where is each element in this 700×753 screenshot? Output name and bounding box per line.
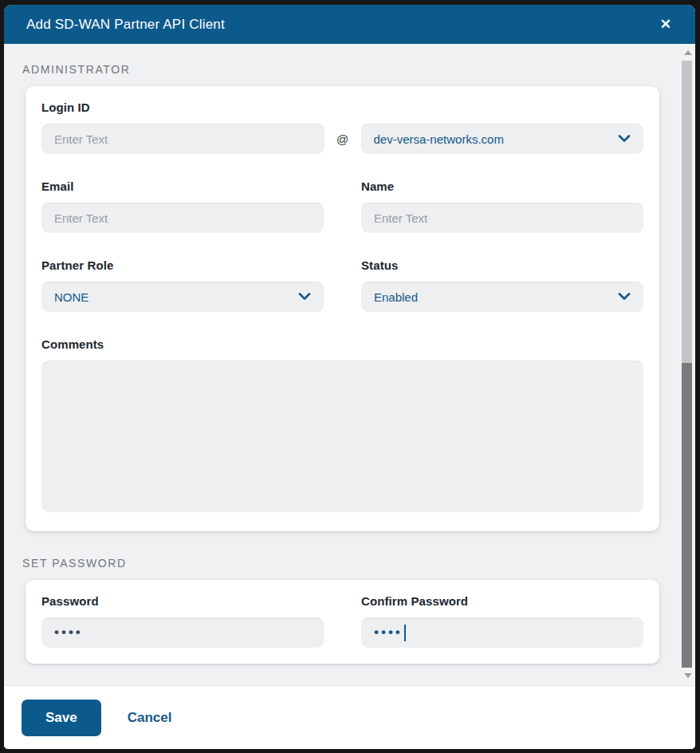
dialog-content: ADMINISTRATOR Login ID @ dev-versa-netwo… — [4, 44, 695, 680]
comments-field-group: Comments — [41, 337, 643, 515]
confirm-password-masked-value: •••• — [374, 625, 403, 641]
email-name-row: Email Name — [41, 179, 643, 233]
domain-select-value: dev-versa-networks.com — [374, 132, 504, 146]
status-value: Enabled — [374, 290, 418, 304]
comments-textarea[interactable] — [41, 361, 643, 512]
role-status-row: Partner Role NONE Status Enabl — [41, 258, 643, 312]
scroll-down-arrow-icon[interactable] — [684, 673, 692, 678]
status-select[interactable]: Enabled — [361, 282, 643, 312]
chevron-down-icon — [298, 293, 311, 301]
set-password-section-heading: SET PASSWORD — [22, 557, 673, 570]
login-id-input[interactable] — [41, 124, 324, 154]
status-label: Status — [361, 258, 643, 272]
cancel-button[interactable]: Cancel — [128, 710, 172, 726]
close-icon[interactable]: ✕ — [655, 14, 676, 34]
save-button[interactable]: Save — [22, 700, 101, 736]
domain-select[interactable]: dev-versa-networks.com — [361, 124, 644, 154]
chevron-down-icon — [618, 293, 631, 301]
scroll-up-arrow-icon[interactable] — [684, 50, 692, 55]
at-symbol: @ — [324, 124, 361, 154]
chevron-down-icon — [618, 135, 631, 143]
text-cursor — [404, 625, 406, 641]
add-sdwan-partner-api-client-dialog: Add SD-WAN Partner API Client ✕ ADMINIST… — [4, 5, 695, 749]
login-id-label: Login ID — [41, 101, 324, 114]
administrator-section-heading: ADMINISTRATOR — [22, 63, 673, 76]
scrollbar-thumb[interactable] — [682, 363, 692, 668]
password-input[interactable]: •••• — [41, 617, 324, 648]
administrator-card: Login ID @ dev-versa-networks.com — [26, 86, 659, 531]
comments-label: Comments — [41, 337, 643, 351]
scrollbar-thumb-upper[interactable] — [682, 61, 692, 363]
dialog-body: ADMINISTRATOR Login ID @ dev-versa-netwo… — [4, 44, 695, 685]
email-label: Email — [41, 179, 324, 193]
dialog-header: Add SD-WAN Partner API Client ✕ — [4, 5, 695, 44]
dialog-title: Add SD-WAN Partner API Client — [26, 17, 225, 33]
name-label: Name — [361, 179, 643, 193]
confirm-password-label: Confirm Password — [361, 594, 643, 608]
confirm-password-input[interactable]: •••• — [361, 617, 643, 648]
name-input[interactable] — [361, 203, 643, 233]
partner-role-value: NONE — [54, 290, 88, 304]
email-input[interactable] — [41, 203, 324, 233]
password-masked-value: •••• — [54, 625, 83, 641]
set-password-card: Password •••• Confirm Password •••• — [26, 580, 659, 664]
login-id-field-group: Login ID @ dev-versa-networks.com — [41, 101, 643, 154]
dialog-footer: Save Cancel — [4, 685, 695, 749]
vertical-scrollbar[interactable] — [681, 44, 695, 685]
partner-role-select[interactable]: NONE — [41, 282, 324, 312]
password-label: Password — [41, 594, 324, 608]
partner-role-label: Partner Role — [41, 258, 324, 272]
